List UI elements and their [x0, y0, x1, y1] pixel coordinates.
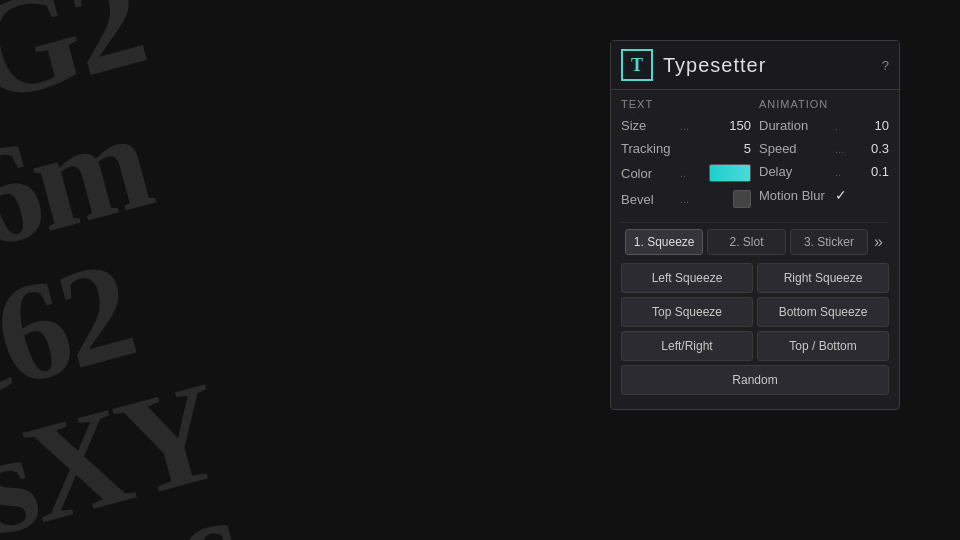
motion-blur-row: Motion Blur ✓ [759, 187, 889, 203]
divider [621, 222, 889, 223]
delay-value[interactable]: 0.1 [861, 164, 889, 179]
tab-squeeze[interactable]: 1. Squeeze [625, 229, 703, 255]
color-swatch[interactable] [709, 164, 751, 182]
duration-label: Duration [759, 118, 831, 133]
typesetter-panel: T Typesetter ? TEXT Size ... 150 Trackin… [610, 40, 900, 410]
size-label: Size [621, 118, 676, 133]
bevel-label: Bevel [621, 192, 676, 207]
tracking-label: Tracking [621, 141, 676, 156]
speed-row: Speed ... 0.3 [759, 141, 889, 156]
size-value[interactable]: 150 [721, 118, 751, 133]
tabs-row: 1. Squeeze 2. Slot 3. Sticker » [621, 229, 889, 255]
color-dots: .. [680, 167, 705, 179]
tracking-value[interactable]: 5 [721, 141, 751, 156]
tab-sticker[interactable]: 3. Sticker [790, 229, 868, 255]
top-bottom-button[interactable]: Top / Bottom [757, 331, 889, 361]
delay-row: Delay .. 0.1 [759, 164, 889, 179]
tab-slot[interactable]: 2. Slot [707, 229, 785, 255]
color-label: Color [621, 166, 676, 181]
speed-value[interactable]: 0.3 [861, 141, 889, 156]
left-squeeze-button[interactable]: Left Squeeze [621, 263, 753, 293]
animation-buttons: Left Squeeze Right Squeeze Top Squeeze B… [621, 263, 889, 395]
motion-blur-label: Motion Blur [759, 188, 831, 203]
panel-body: TEXT Size ... 150 Tracking 5 Color .. [611, 90, 899, 409]
text-column: TEXT Size ... 150 Tracking 5 Color .. [621, 98, 751, 216]
color-row: Color .. [621, 164, 751, 182]
text-section-label: TEXT [621, 98, 751, 110]
speed-dots: ... [835, 143, 857, 155]
properties-columns: TEXT Size ... 150 Tracking 5 Color .. [621, 98, 889, 216]
random-button[interactable]: Random [621, 365, 889, 395]
panel-title: Typesetter [663, 54, 872, 77]
speed-label: Speed [759, 141, 831, 156]
tabs-more-button[interactable]: » [870, 233, 887, 251]
duration-dots: . [835, 120, 857, 132]
bevel-dots: ... [680, 193, 729, 205]
top-squeeze-button[interactable]: Top Squeeze [621, 297, 753, 327]
size-row: Size ... 150 [621, 118, 751, 133]
animation-section-label: ANIMATION [759, 98, 889, 110]
help-button[interactable]: ? [882, 58, 889, 73]
size-dots: ... [680, 120, 717, 132]
left-right-button[interactable]: Left/Right [621, 331, 753, 361]
animation-column: ANIMATION Duration . 10 Speed ... 0.3 De… [759, 98, 889, 216]
background-text: GG216mc62sXYG16 [0, 0, 299, 540]
delay-label: Delay [759, 164, 831, 179]
bevel-row: Bevel ... [621, 190, 751, 208]
bevel-swatch[interactable] [733, 190, 751, 208]
duration-row: Duration . 10 [759, 118, 889, 133]
panel-header: T Typesetter ? [611, 41, 899, 90]
motion-blur-check[interactable]: ✓ [835, 187, 847, 203]
delay-dots: .. [835, 166, 857, 178]
duration-value[interactable]: 10 [861, 118, 889, 133]
bottom-squeeze-button[interactable]: Bottom Squeeze [757, 297, 889, 327]
typesetter-icon: T [621, 49, 653, 81]
tracking-row: Tracking 5 [621, 141, 751, 156]
right-squeeze-button[interactable]: Right Squeeze [757, 263, 889, 293]
